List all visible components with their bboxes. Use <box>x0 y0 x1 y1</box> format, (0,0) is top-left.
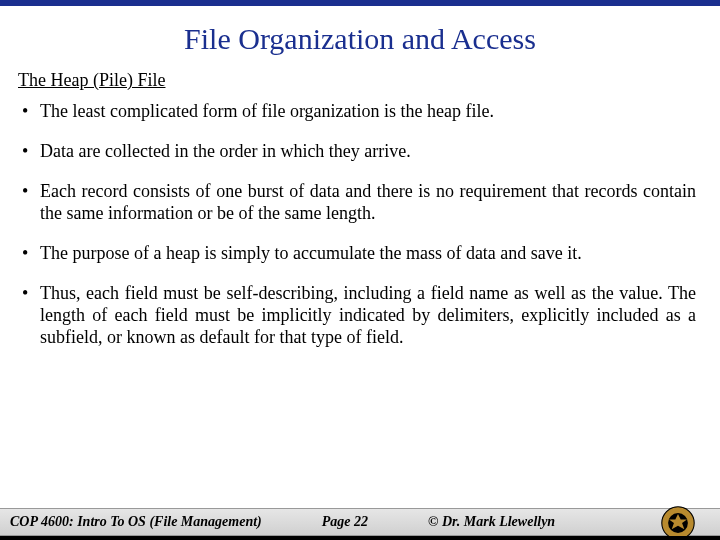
list-item: Each record consists of one burst of dat… <box>18 181 696 225</box>
list-item: The least complicated form of file organ… <box>18 101 696 123</box>
bottom-black-bar <box>0 536 720 540</box>
slide-title: File Organization and Access <box>0 6 720 70</box>
slide-content: The Heap (Pile) File The least complicat… <box>0 70 720 349</box>
slide-footer: COP 4600: Intro To OS (File Management) … <box>0 508 720 536</box>
list-item: Thus, each field must be self-describing… <box>18 283 696 349</box>
bullet-list: The least complicated form of file organ… <box>18 101 696 349</box>
footer-page: Page 22 <box>322 514 368 530</box>
ucf-logo-icon <box>660 505 696 540</box>
section-heading: The Heap (Pile) File <box>18 70 696 91</box>
footer-copyright: © Dr. Mark Llewellyn <box>428 514 555 530</box>
footer-course: COP 4600: Intro To OS (File Management) <box>10 514 262 530</box>
list-item: Data are collected in the order in which… <box>18 141 696 163</box>
list-item: The purpose of a heap is simply to accum… <box>18 243 696 265</box>
